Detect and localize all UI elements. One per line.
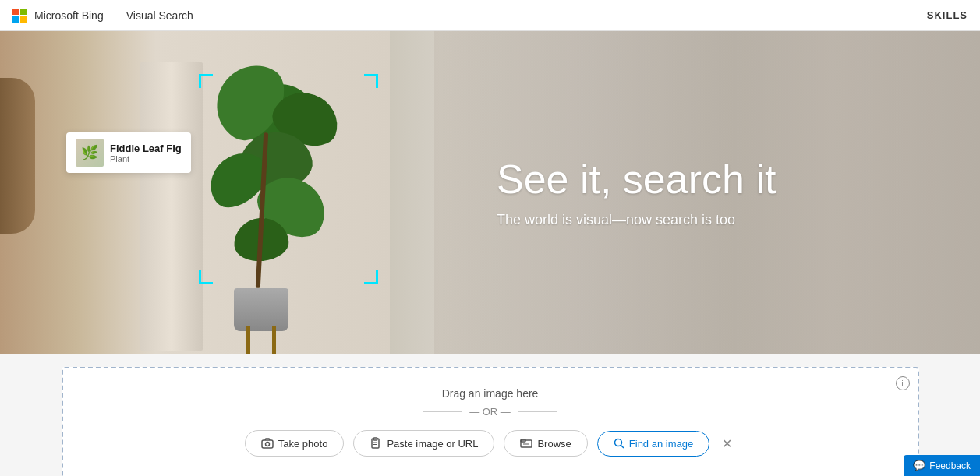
camera-icon bbox=[261, 437, 274, 450]
paste-url-button[interactable]: Paste image or URL bbox=[353, 430, 494, 457]
plant-pot bbox=[234, 288, 288, 331]
corner-bl bbox=[199, 270, 213, 284]
or-line-left bbox=[423, 411, 462, 412]
svg-rect-3 bbox=[373, 438, 377, 440]
hero-headline: See it, search it bbox=[497, 157, 980, 202]
find-image-button[interactable]: Find an image bbox=[597, 431, 709, 457]
tooltip-name: Fiddle Leaf Fig bbox=[110, 143, 182, 154]
take-photo-label: Take photo bbox=[278, 438, 328, 450]
or-label: — OR — bbox=[469, 406, 511, 418]
drag-text: Drag an image here bbox=[442, 387, 539, 400]
plant-tooltip[interactable]: 🌿 Fiddle Leaf Fig Plant bbox=[66, 132, 191, 173]
plant-stand bbox=[246, 326, 276, 354]
hero-subtext: The world is visual—now search is too bbox=[497, 212, 980, 228]
paste-url-label: Paste image or URL bbox=[387, 438, 478, 450]
or-divider: — OR — bbox=[423, 406, 557, 418]
tooltip-text: Fiddle Leaf Fig Plant bbox=[110, 143, 182, 164]
feedback-icon: 💬 bbox=[913, 460, 925, 471]
corner-tr bbox=[364, 74, 378, 88]
take-photo-button[interactable]: Take photo bbox=[245, 430, 345, 457]
browse-label: Browse bbox=[537, 438, 571, 450]
svg-point-1 bbox=[265, 443, 269, 446]
header-title: Visual Search bbox=[126, 9, 193, 22]
or-line-right bbox=[518, 411, 557, 412]
action-buttons: Take photo Paste image or URL bbox=[245, 430, 735, 457]
upload-section: i Drag an image here — OR — Take photo bbox=[0, 354, 980, 476]
tooltip-image: 🌿 bbox=[76, 139, 104, 167]
svg-rect-0 bbox=[262, 440, 273, 448]
tooltip-type: Plant bbox=[110, 154, 182, 164]
basket-decoration bbox=[0, 78, 35, 234]
hero-left: 🌿 Fiddle Leaf Fig Plant bbox=[0, 31, 390, 354]
corner-tl bbox=[199, 74, 213, 88]
hero-right: See it, search it The world is visual—no… bbox=[434, 31, 980, 354]
hero-section: 🌿 Fiddle Leaf Fig Plant See it, search i… bbox=[0, 31, 980, 354]
feedback-button[interactable]: 💬 Feedback bbox=[904, 455, 980, 476]
header-divider bbox=[115, 8, 115, 23]
close-button[interactable]: ✕ bbox=[719, 433, 735, 454]
svg-point-9 bbox=[614, 439, 621, 446]
upload-box: i Drag an image here — OR — Take photo bbox=[62, 367, 919, 476]
info-icon[interactable]: i bbox=[896, 376, 910, 390]
paste-icon bbox=[370, 437, 382, 450]
header-left: Microsoft Bing Visual Search bbox=[12, 8, 193, 23]
header: Microsoft Bing Visual Search SKILLS bbox=[0, 0, 980, 31]
feedback-label: Feedback bbox=[929, 460, 971, 471]
browse-icon bbox=[520, 437, 532, 450]
microsoft-logo bbox=[12, 9, 27, 23]
header-brand: Microsoft Bing bbox=[34, 9, 104, 22]
search-icon bbox=[614, 438, 624, 449]
find-image-label: Find an image bbox=[629, 438, 693, 450]
skills-button[interactable]: SKILLS bbox=[927, 9, 968, 21]
browse-button[interactable]: Browse bbox=[504, 430, 587, 457]
selection-rectangle bbox=[199, 74, 378, 284]
corner-br bbox=[364, 270, 378, 284]
svg-line-10 bbox=[621, 446, 624, 449]
